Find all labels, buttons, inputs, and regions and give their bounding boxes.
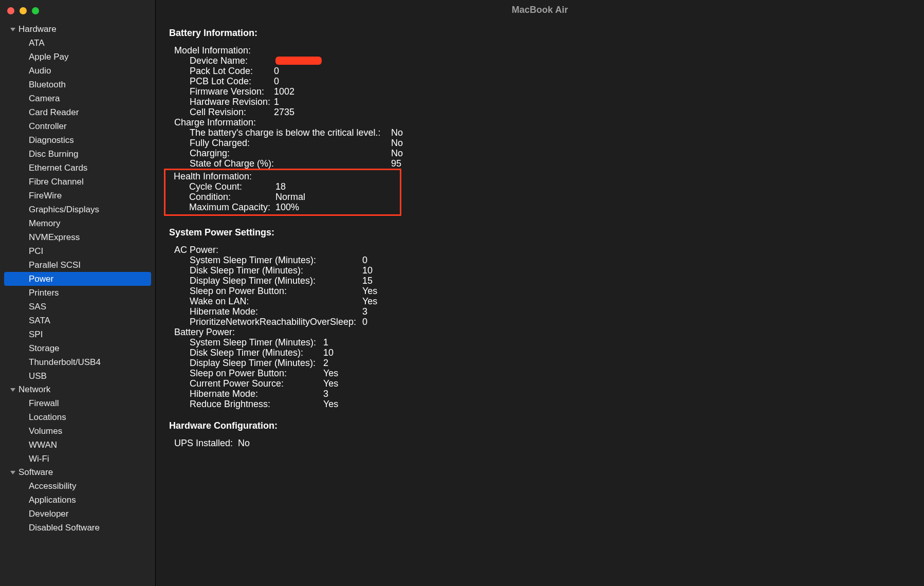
minimize-icon[interactable]	[20, 7, 27, 14]
sidebar-item-thunderbolt-usb4[interactable]: Thunderbolt/USB4	[0, 355, 155, 369]
chevron-down-icon	[10, 470, 15, 475]
sidebar-item-graphics-displays[interactable]: Graphics/Displays	[0, 203, 155, 216]
hw-config-title: Hardware Configuration:	[169, 420, 911, 431]
batt-power-header: Battery Power:	[169, 327, 911, 337]
sidebar-item-usb[interactable]: USB	[0, 369, 155, 383]
ac-sst-row: System Sleep Timer (Minutes):0	[169, 255, 911, 265]
sidebar-section-hardware[interactable]: Hardware	[0, 23, 155, 36]
sidebar-section-label: Software	[19, 467, 53, 478]
sidebar-item-wi-fi[interactable]: Wi-Fi	[0, 452, 155, 466]
sidebar-section-label: Hardware	[19, 24, 57, 34]
sidebar-item-sas[interactable]: SAS	[0, 300, 155, 314]
sps-title: System Power Settings:	[169, 227, 911, 237]
maximize-icon[interactable]	[32, 7, 39, 14]
sidebar-item-developer[interactable]: Developer	[0, 507, 155, 521]
sidebar-item-camera[interactable]: Camera	[0, 91, 155, 105]
chevron-down-icon	[10, 27, 15, 32]
sidebar-item-ethernet-cards[interactable]: Ethernet Cards	[0, 161, 155, 175]
fully-charged-row: Fully Charged:No	[169, 138, 911, 148]
ac-dispt-row: Display Sleep Timer (Minutes):15	[169, 276, 911, 286]
sidebar-item-printers[interactable]: Printers	[0, 286, 155, 300]
device-name-row: Device Name:	[169, 56, 911, 66]
critical-row: The battery's charge is below the critic…	[169, 127, 911, 138]
condition-row: Condition:Normal	[171, 192, 400, 202]
sidebar-item-wwan[interactable]: WWAN	[0, 438, 155, 452]
ac-spb-row: Sleep on Power Button:Yes	[169, 286, 911, 296]
device-name-key: Device Name:	[190, 56, 248, 66]
sidebar-item-locations[interactable]: Locations	[0, 410, 155, 424]
bp-rb-row: Reduce Brightness:Yes	[169, 399, 911, 409]
ac-hib-row: Hibernate Mode:3	[169, 306, 911, 317]
firmware-row: Firmware Version:1002	[169, 86, 911, 97]
ac-pnros-row: PrioritizeNetworkReachabilityOverSleep:0	[169, 317, 911, 327]
sidebar-item-disc-burning[interactable]: Disc Burning	[0, 147, 155, 161]
sidebar-item-bluetooth[interactable]: Bluetooth	[0, 78, 155, 91]
sidebar-item-card-reader[interactable]: Card Reader	[0, 105, 155, 119]
sidebar-item-spi[interactable]: SPI	[0, 327, 155, 341]
sidebar: HardwareATAApple PayAudioBluetoothCamera…	[0, 0, 156, 586]
bp-cps-row: Current Power Source:Yes	[169, 378, 911, 389]
sidebar-item-firewall[interactable]: Firewall	[0, 396, 155, 410]
redacted-value	[275, 57, 322, 65]
window-controls	[0, 4, 155, 23]
bp-hib-row: Hibernate Mode:3	[169, 389, 911, 399]
charge-info-header: Charge Information:	[169, 117, 911, 127]
sidebar-item-controller[interactable]: Controller	[0, 119, 155, 133]
sidebar-item-fibre-channel[interactable]: Fibre Channel	[0, 175, 155, 189]
sidebar-section-label: Network	[19, 384, 50, 395]
sidebar-item-power[interactable]: Power	[4, 272, 151, 286]
battery-info-title: Battery Information:	[169, 28, 911, 38]
pack-lot-row: Pack Lot Code:0	[169, 66, 911, 76]
bp-dst-row: Disk Sleep Timer (Minutes):10	[169, 347, 911, 358]
ac-power-header: AC Power:	[169, 245, 911, 255]
charging-row: Charging:No	[169, 148, 911, 158]
sidebar-item-ata[interactable]: ATA	[0, 36, 155, 50]
close-icon[interactable]	[7, 7, 14, 14]
sidebar-item-apple-pay[interactable]: Apple Pay	[0, 50, 155, 64]
sidebar-item-sata[interactable]: SATA	[0, 314, 155, 327]
health-highlight: Health Information: Cycle Count:18 Condi…	[164, 169, 401, 216]
sidebar-item-nvmexpress[interactable]: NVMExpress	[0, 230, 155, 244]
sidebar-item-volumes[interactable]: Volumes	[0, 424, 155, 438]
bp-sst-row: System Sleep Timer (Minutes):1	[169, 337, 911, 347]
hwrev-row: Hardware Revision:1	[169, 97, 911, 107]
cycle-count-row: Cycle Count:18	[171, 181, 400, 192]
sidebar-section-network[interactable]: Network	[0, 383, 155, 396]
content-area: Battery Information: Model Information: …	[156, 20, 924, 586]
ac-wol-row: Wake on LAN:Yes	[169, 296, 911, 306]
window-title: MacBook Air	[156, 0, 924, 20]
bp-spb-row: Sleep on Power Button:Yes	[169, 368, 911, 378]
sidebar-item-audio[interactable]: Audio	[0, 64, 155, 78]
cellrev-row: Cell Revision:2735	[169, 107, 911, 117]
chevron-down-icon	[10, 387, 15, 392]
bp-dispt-row: Display Sleep Timer (Minutes):2	[169, 358, 911, 368]
sidebar-item-pci[interactable]: PCI	[0, 244, 155, 258]
model-info-header: Model Information:	[169, 45, 911, 56]
pcb-lot-row: PCB Lot Code:0	[169, 76, 911, 86]
sidebar-item-applications[interactable]: Applications	[0, 493, 155, 507]
ac-dst-row: Disk Sleep Timer (Minutes):10	[169, 265, 911, 276]
max-capacity-row: Maximum Capacity:100%	[171, 202, 400, 212]
sidebar-item-parallel-scsi[interactable]: Parallel SCSI	[0, 258, 155, 272]
sidebar-item-firewire[interactable]: FireWire	[0, 189, 155, 203]
sidebar-item-storage[interactable]: Storage	[0, 341, 155, 355]
health-info-header: Health Information:	[171, 171, 400, 181]
sidebar-item-accessibility[interactable]: Accessibility	[0, 479, 155, 493]
ups-row: UPS Installed:No	[169, 438, 911, 448]
sidebar-item-disabled-software[interactable]: Disabled Software	[0, 521, 155, 535]
main: MacBook Air Battery Information: Model I…	[156, 0, 924, 586]
sidebar-item-memory[interactable]: Memory	[0, 216, 155, 230]
sidebar-section-software[interactable]: Software	[0, 466, 155, 479]
sidebar-item-diagnostics[interactable]: Diagnostics	[0, 133, 155, 147]
soc-row: State of Charge (%):95	[169, 158, 911, 169]
